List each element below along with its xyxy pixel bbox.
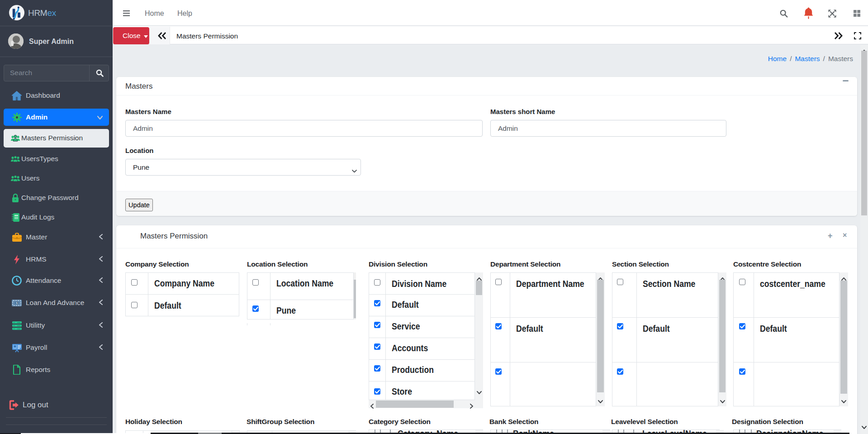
svg-text:$: $	[16, 301, 18, 305]
